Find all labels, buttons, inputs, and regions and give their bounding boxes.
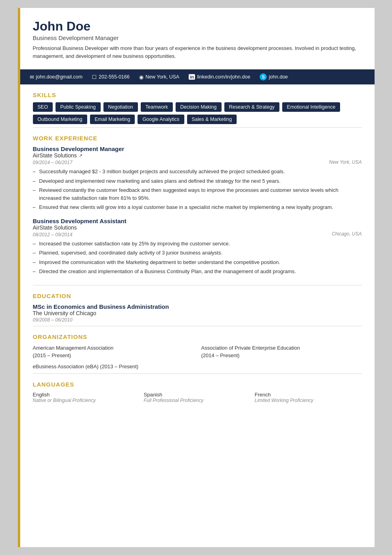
education-title: EDUCATION xyxy=(33,293,362,299)
contact-bar: ✉ john.doe@gmail.com ☐ 202-555-0166 ◉ Ne… xyxy=(20,69,375,84)
job-bullets: Increased the customer satisfaction rate… xyxy=(33,240,362,276)
job-position-title: Business Development Manager xyxy=(33,145,124,152)
skill-badge: Email Marketing xyxy=(90,115,135,124)
org-item: eBusiness Association (eBA) (2013 – Pres… xyxy=(33,363,362,371)
phone-value: 202-555-0166 xyxy=(99,74,130,80)
work-experience-section: WORK EXPERIENCE Business Development Man… xyxy=(20,128,375,285)
skill-badge: Sales & Marketing xyxy=(187,115,237,124)
edu-date: 09/2008 – 06/2010 xyxy=(33,317,362,323)
job-position-title: Business Development Assistant xyxy=(33,218,126,224)
skills-container: SEOPublic SpeakingNegotiationTeamworkDec… xyxy=(33,102,362,124)
language-name: English xyxy=(33,392,140,398)
language-level: Limited Working Proficiency xyxy=(255,398,362,403)
bullet-item: Increased the customer satisfaction rate… xyxy=(33,240,362,248)
bullet-item: Ensured that new clients will grow into … xyxy=(33,203,362,211)
languages-section: LANGUAGES English Native or Bilingual Pr… xyxy=(20,374,375,406)
skills-section: SKILLS SEOPublic SpeakingNegotiationTeam… xyxy=(20,84,375,127)
linkedin-icon: in xyxy=(189,74,195,80)
skype-value: john.doe xyxy=(269,74,288,80)
job-date: 08/2012 – 09/2014 xyxy=(33,232,73,237)
email-value: john.doe@gmail.com xyxy=(36,74,83,80)
language-item: French Limited Working Proficiency xyxy=(255,392,362,403)
resume-document: John Doe Business Development Manager Pr… xyxy=(18,8,375,547)
education-section: EDUCATION MSc in Economics and Business … xyxy=(20,285,375,326)
skill-badge: Decision Making xyxy=(176,102,222,112)
skill-badge: Outbound Marketing xyxy=(33,115,87,124)
language-name: Spanish xyxy=(144,392,251,398)
bullet-item: Planned, supervised, and coordinated dai… xyxy=(33,249,362,257)
jobs-container: Business Development Manager AirState So… xyxy=(33,145,362,276)
language-item: Spanish Full Professional Proficiency xyxy=(144,392,251,403)
organizations-grid: American Management Association(2015 – P… xyxy=(33,344,362,371)
contact-linkedin: in linkedin.com/in/john.doe xyxy=(189,74,250,80)
work-experience-title: WORK EXPERIENCE xyxy=(33,135,362,142)
location-icon: ◉ xyxy=(139,74,143,80)
job-date: 09/2014 – 06/2017 xyxy=(33,160,73,165)
bullet-item: Directed the creation and implementation… xyxy=(33,268,362,276)
contact-phone: ☐ 202-555-0166 xyxy=(92,74,130,80)
languages-title: LANGUAGES xyxy=(33,381,362,388)
location-value: New York, USA xyxy=(145,74,179,80)
language-level: Native or Bilingual Proficiency xyxy=(33,398,140,403)
education-entry: MSc in Economics and Business Administra… xyxy=(33,303,362,323)
job-header: Business Development Manager AirState So… xyxy=(33,145,362,159)
skill-badge: Negotiation xyxy=(103,102,138,112)
external-link-icon: ↗ xyxy=(79,153,82,158)
header-section: John Doe Business Development Manager Pr… xyxy=(20,8,375,69)
languages-grid: English Native or Bilingual Proficiency … xyxy=(33,392,362,403)
skill-badge: Emotional Intelligence xyxy=(282,102,340,112)
company-name: AirState Solutions xyxy=(33,224,126,231)
org-item: American Management Association(2015 – P… xyxy=(33,344,193,360)
edu-degree: MSc in Economics and Business Administra… xyxy=(33,303,362,310)
company-name: AirState Solutions ↗ xyxy=(33,152,124,159)
language-name: French xyxy=(255,392,362,398)
job-header: Business Development Assistant AirState … xyxy=(33,218,362,231)
bullet-item: Successfully managed $2 - 3 million budg… xyxy=(33,168,362,176)
job-entry: Business Development Manager AirState So… xyxy=(33,145,362,211)
organizations-title: ORGANIZATIONS xyxy=(33,333,362,340)
bullet-item: Reviewed constantly the customer feedbac… xyxy=(33,186,362,202)
job-location: New York, USA xyxy=(329,159,361,165)
skill-badge: Google Analytics xyxy=(138,115,184,124)
organizations-section: ORGANIZATIONS American Management Associ… xyxy=(20,326,375,374)
candidate-name: John Doe xyxy=(33,19,362,34)
job-entry: Business Development Assistant AirState … xyxy=(33,218,362,276)
skills-section-title: SKILLS xyxy=(33,92,362,98)
candidate-summary: Professional Business Developer with mor… xyxy=(33,44,362,60)
job-bullets: Successfully managed $2 - 3 million budg… xyxy=(33,168,362,211)
date-location-row: 09/2014 – 06/2017 New York, USA xyxy=(33,159,362,165)
skill-badge: SEO xyxy=(33,102,53,112)
linkedin-value: linkedin.com/in/john.doe xyxy=(197,74,250,80)
language-item: English Native or Bilingual Proficiency xyxy=(33,392,140,403)
phone-icon: ☐ xyxy=(92,74,97,80)
bullet-item: Improved the communication with the Mark… xyxy=(33,258,362,266)
skill-badge: Teamwork xyxy=(141,102,173,112)
job-title-block: Business Development Assistant AirState … xyxy=(33,218,126,231)
education-container: MSc in Economics and Business Administra… xyxy=(33,303,362,323)
contact-email: ✉ john.doe@gmail.com xyxy=(30,74,83,80)
contact-location: ◉ New York, USA xyxy=(139,74,179,80)
job-title-block: Business Development Manager AirState So… xyxy=(33,145,124,159)
candidate-job-title: Business Development Manager xyxy=(33,34,362,41)
email-icon: ✉ xyxy=(30,74,34,80)
language-level: Full Professional Proficiency xyxy=(144,398,251,403)
job-location: Chicago, USA xyxy=(332,231,361,237)
org-item: Association of Private Enterprise Educat… xyxy=(201,344,362,360)
bullet-item: Developed and implemented new marketing … xyxy=(33,177,362,185)
skill-badge: Research & Strategy xyxy=(224,102,279,112)
contact-skype: S john.doe xyxy=(260,73,288,80)
skill-badge: Public Speaking xyxy=(55,102,101,112)
skype-icon: S xyxy=(260,73,267,80)
date-location-row: 08/2012 – 09/2014 Chicago, USA xyxy=(33,231,362,237)
edu-school: The University of Chicago xyxy=(33,310,362,316)
